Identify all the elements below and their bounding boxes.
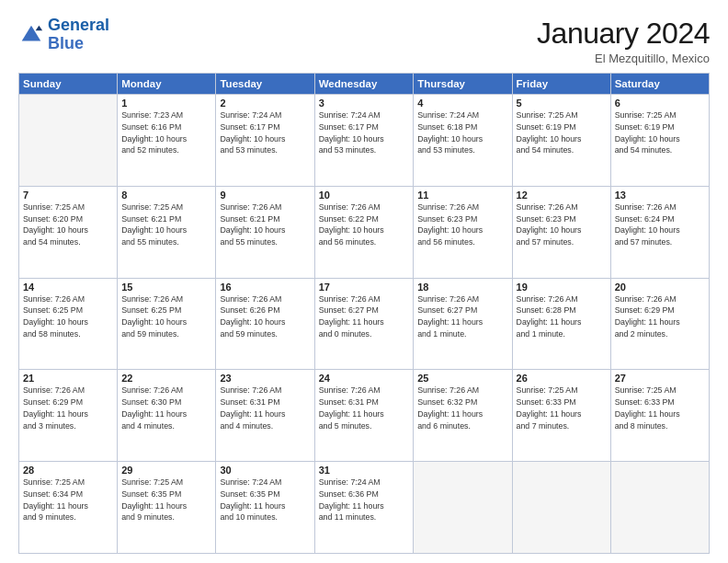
calendar-cell: 1Sunrise: 7:23 AM Sunset: 6:16 PM Daylig…: [118, 95, 216, 187]
day-info: Sunrise: 7:26 AM Sunset: 6:23 PM Dayligh…: [417, 201, 507, 248]
weekday-header-monday: Monday: [118, 74, 216, 95]
calendar-cell: 5Sunrise: 7:25 AM Sunset: 6:19 PM Daylig…: [512, 95, 610, 187]
calendar-cell: 11Sunrise: 7:26 AM Sunset: 6:23 PM Dayli…: [414, 186, 512, 278]
calendar-cell: 30Sunrise: 7:24 AM Sunset: 6:35 PM Dayli…: [216, 462, 314, 554]
calendar-cell: 25Sunrise: 7:26 AM Sunset: 6:32 PM Dayli…: [414, 370, 512, 462]
day-info: Sunrise: 7:25 AM Sunset: 6:19 PM Dayligh…: [517, 109, 607, 156]
day-number: 27: [615, 373, 705, 384]
day-info: Sunrise: 7:26 AM Sunset: 6:30 PM Dayligh…: [121, 385, 211, 431]
day-number: 6: [615, 98, 705, 109]
calendar-cell: 13Sunrise: 7:26 AM Sunset: 6:24 PM Dayli…: [610, 186, 709, 278]
calendar-cell: [19, 95, 118, 187]
day-info: Sunrise: 7:24 AM Sunset: 6:17 PM Dayligh…: [220, 109, 310, 156]
day-number: 10: [319, 190, 410, 201]
calendar-cell: 23Sunrise: 7:26 AM Sunset: 6:31 PM Dayli…: [216, 370, 314, 462]
calendar-cell: 24Sunrise: 7:26 AM Sunset: 6:31 PM Dayli…: [314, 370, 414, 462]
day-info: Sunrise: 7:24 AM Sunset: 6:36 PM Dayligh…: [319, 477, 410, 523]
calendar-week-3: 14Sunrise: 7:26 AM Sunset: 6:25 PM Dayli…: [19, 278, 710, 370]
day-info: Sunrise: 7:26 AM Sunset: 6:32 PM Dayligh…: [417, 385, 507, 431]
calendar-cell: 31Sunrise: 7:24 AM Sunset: 6:36 PM Dayli…: [314, 462, 414, 554]
weekday-header-thursday: Thursday: [414, 74, 512, 95]
day-info: Sunrise: 7:25 AM Sunset: 6:20 PM Dayligh…: [23, 201, 113, 248]
day-info: Sunrise: 7:24 AM Sunset: 6:18 PM Dayligh…: [417, 109, 507, 156]
day-number: 9: [220, 190, 310, 201]
calendar-cell: 28Sunrise: 7:25 AM Sunset: 6:34 PM Dayli…: [19, 462, 118, 554]
logo-text: General: [48, 17, 109, 35]
day-info: Sunrise: 7:24 AM Sunset: 6:17 PM Dayligh…: [319, 109, 410, 156]
day-info: Sunrise: 7:24 AM Sunset: 6:35 PM Dayligh…: [220, 477, 310, 523]
calendar-cell: [610, 462, 709, 554]
calendar-cell: 26Sunrise: 7:25 AM Sunset: 6:33 PM Dayli…: [512, 370, 610, 462]
calendar-cell: 14Sunrise: 7:26 AM Sunset: 6:25 PM Dayli…: [19, 278, 118, 370]
day-number: 28: [23, 465, 113, 476]
day-number: 23: [220, 373, 310, 384]
calendar-cell: 9Sunrise: 7:26 AM Sunset: 6:21 PM Daylig…: [216, 186, 314, 278]
calendar-cell: 20Sunrise: 7:26 AM Sunset: 6:29 PM Dayli…: [610, 278, 709, 370]
day-info: Sunrise: 7:26 AM Sunset: 6:21 PM Dayligh…: [220, 201, 310, 248]
logo-icon: [18, 22, 44, 48]
calendar-cell: 18Sunrise: 7:26 AM Sunset: 6:27 PM Dayli…: [414, 278, 512, 370]
day-number: 8: [121, 190, 211, 201]
title-month: January 2024: [537, 17, 710, 51]
day-info: Sunrise: 7:26 AM Sunset: 6:26 PM Dayligh…: [220, 293, 310, 340]
day-number: 15: [121, 282, 211, 293]
day-number: 31: [319, 465, 410, 476]
day-info: Sunrise: 7:26 AM Sunset: 6:25 PM Dayligh…: [23, 293, 113, 340]
day-number: 7: [23, 190, 113, 201]
day-info: Sunrise: 7:26 AM Sunset: 6:29 PM Dayligh…: [23, 385, 113, 431]
calendar-cell: 4Sunrise: 7:24 AM Sunset: 6:18 PM Daylig…: [414, 95, 512, 187]
day-info: Sunrise: 7:26 AM Sunset: 6:28 PM Dayligh…: [517, 293, 607, 340]
calendar-cell: 22Sunrise: 7:26 AM Sunset: 6:30 PM Dayli…: [118, 370, 216, 462]
calendar-cell: 8Sunrise: 7:25 AM Sunset: 6:21 PM Daylig…: [118, 186, 216, 278]
calendar-cell: [512, 462, 610, 554]
day-number: 21: [23, 373, 113, 384]
weekday-header-saturday: Saturday: [610, 74, 709, 95]
calendar-table: SundayMondayTuesdayWednesdayThursdayFrid…: [18, 73, 710, 554]
day-number: 13: [615, 190, 705, 201]
title-block: January 2024 El Mezquitillo, Mexico: [537, 17, 710, 65]
day-number: 29: [121, 465, 211, 476]
day-number: 18: [417, 282, 507, 293]
logo: General Blue: [18, 17, 109, 53]
day-number: 12: [517, 190, 607, 201]
day-info: Sunrise: 7:26 AM Sunset: 6:24 PM Dayligh…: [615, 201, 705, 248]
calendar-cell: 17Sunrise: 7:26 AM Sunset: 6:27 PM Dayli…: [314, 278, 414, 370]
calendar-week-4: 21Sunrise: 7:26 AM Sunset: 6:29 PM Dayli…: [19, 370, 710, 462]
calendar-cell: [414, 462, 512, 554]
day-info: Sunrise: 7:25 AM Sunset: 6:33 PM Dayligh…: [517, 385, 607, 431]
calendar-cell: 16Sunrise: 7:26 AM Sunset: 6:26 PM Dayli…: [216, 278, 314, 370]
day-number: 30: [220, 465, 310, 476]
day-info: Sunrise: 7:23 AM Sunset: 6:16 PM Dayligh…: [121, 109, 211, 156]
day-info: Sunrise: 7:26 AM Sunset: 6:25 PM Dayligh…: [121, 293, 211, 340]
day-info: Sunrise: 7:25 AM Sunset: 6:34 PM Dayligh…: [23, 477, 113, 523]
day-number: 14: [23, 282, 113, 293]
header: General Blue January 2024 El Mezquitillo…: [18, 17, 710, 65]
day-info: Sunrise: 7:26 AM Sunset: 6:27 PM Dayligh…: [417, 293, 507, 340]
calendar-cell: 15Sunrise: 7:26 AM Sunset: 6:25 PM Dayli…: [118, 278, 216, 370]
day-number: 3: [319, 98, 410, 109]
calendar-cell: 29Sunrise: 7:25 AM Sunset: 6:35 PM Dayli…: [118, 462, 216, 554]
logo-text2: Blue: [48, 35, 109, 53]
day-info: Sunrise: 7:26 AM Sunset: 6:31 PM Dayligh…: [319, 385, 410, 431]
weekday-header-sunday: Sunday: [19, 74, 118, 95]
calendar-cell: 6Sunrise: 7:25 AM Sunset: 6:19 PM Daylig…: [610, 95, 709, 187]
day-number: 19: [517, 282, 607, 293]
day-number: 2: [220, 98, 310, 109]
day-number: 25: [417, 373, 507, 384]
calendar-week-1: 1Sunrise: 7:23 AM Sunset: 6:16 PM Daylig…: [19, 95, 710, 187]
day-number: 11: [417, 190, 507, 201]
calendar-cell: 10Sunrise: 7:26 AM Sunset: 6:22 PM Dayli…: [314, 186, 414, 278]
page: General Blue January 2024 El Mezquitillo…: [0, 0, 728, 563]
day-info: Sunrise: 7:26 AM Sunset: 6:31 PM Dayligh…: [220, 385, 310, 431]
day-info: Sunrise: 7:26 AM Sunset: 6:23 PM Dayligh…: [517, 201, 607, 248]
day-number: 4: [417, 98, 507, 109]
day-number: 5: [517, 98, 607, 109]
day-info: Sunrise: 7:25 AM Sunset: 6:19 PM Dayligh…: [615, 109, 705, 156]
day-number: 17: [319, 282, 410, 293]
calendar-cell: 27Sunrise: 7:25 AM Sunset: 6:33 PM Dayli…: [610, 370, 709, 462]
weekday-header-friday: Friday: [512, 74, 610, 95]
calendar-cell: 19Sunrise: 7:26 AM Sunset: 6:28 PM Dayli…: [512, 278, 610, 370]
calendar-cell: 12Sunrise: 7:26 AM Sunset: 6:23 PM Dayli…: [512, 186, 610, 278]
day-number: 26: [517, 373, 607, 384]
day-number: 22: [121, 373, 211, 384]
